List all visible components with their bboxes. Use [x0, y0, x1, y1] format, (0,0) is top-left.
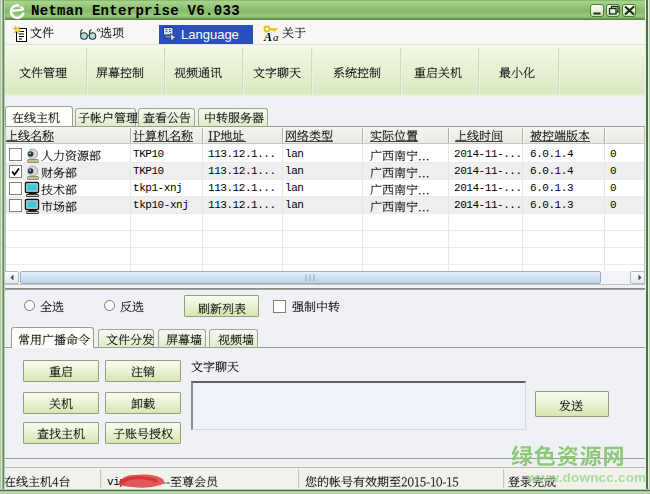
svg-text:a: a	[273, 31, 279, 43]
svg-text:A: A	[263, 30, 272, 43]
